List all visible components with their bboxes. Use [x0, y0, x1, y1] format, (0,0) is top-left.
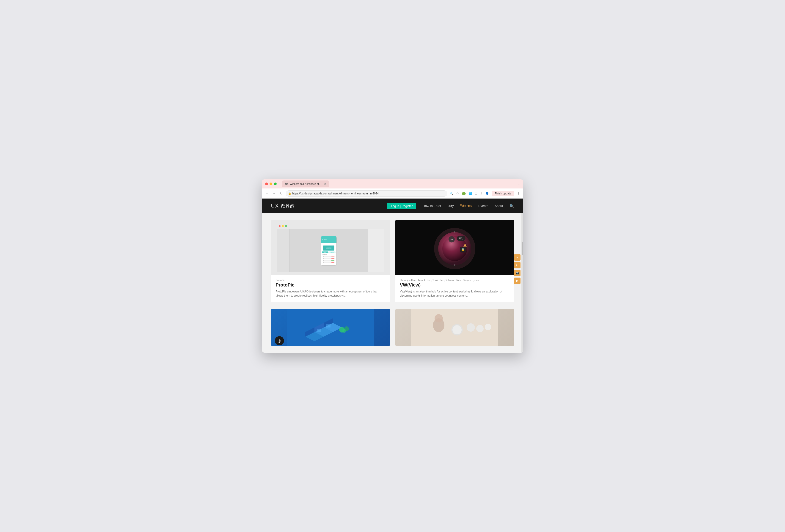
back-button[interactable]: ← [265, 192, 270, 195]
vw-description: VW(View) is an algorithm hub for active … [400, 290, 509, 298]
svg-point-27 [452, 325, 462, 335]
social-linkedin-icon[interactable]: in [514, 262, 521, 268]
vw-card-body: Hyeonjun Kim, Hyeonki Kim, Yoojin Lee, Y… [395, 275, 514, 302]
protopie-title: ProtoPie [276, 283, 385, 288]
active-tab[interactable]: UX Winners and Nominees of th... ✕ [282, 181, 330, 187]
mock-toolbar [277, 223, 384, 229]
site-content: Hi Laura Total balance $23,347.00 [262, 213, 523, 309]
mock-maximize [285, 225, 287, 227]
mock-phone-header: Hi Laura [321, 236, 336, 243]
extension-icon-3[interactable]: □ [475, 192, 477, 195]
logo-design-top: DESIGN [281, 203, 295, 206]
extension-icon-2[interactable]: 🌐 [469, 192, 472, 195]
nav-about[interactable]: About [495, 204, 503, 208]
isometric-illustration [271, 309, 390, 346]
mock-phone: Hi Laura Total balance $23,347.00 [321, 236, 337, 266]
protopie-brand: ProtoPie [276, 279, 385, 282]
bottom-cards-row [262, 309, 523, 353]
tab-close-button[interactable]: ✕ [324, 183, 326, 186]
social-sidebar: ✈ in 📷 ▶ [514, 254, 521, 284]
maximize-button[interactable] [274, 183, 277, 185]
vw-title: VW(View) [400, 283, 509, 288]
svg-point-30 [485, 324, 491, 330]
search-icon[interactable]: 🔍 [450, 192, 453, 195]
bookmark-icon[interactable]: ☆ [456, 192, 459, 195]
mock-transactions [322, 255, 335, 264]
svg-rect-21 [317, 329, 321, 332]
minimize-button[interactable] [270, 183, 272, 185]
mock-balance-label: Total balance [322, 243, 335, 245]
svg-text:+5: +5 [450, 238, 453, 241]
vw-card-image: 게임 +5 [395, 220, 514, 275]
mock-phone-greeting: Hi Laura [322, 239, 327, 240]
menu-icon[interactable]: ⋮ [517, 192, 520, 195]
nav-how-to-enter[interactable]: How to Enter [423, 204, 441, 208]
login-button[interactable]: Log in | Register [387, 203, 416, 209]
social-share-icon[interactable]: ✈ [514, 254, 521, 261]
mock-canvas: Hi Laura Total balance $23,347.00 [289, 229, 368, 272]
logo-awards-text: AWARDS [281, 206, 295, 209]
svg-point-29 [476, 325, 484, 332]
tab-favicon: UX [285, 183, 288, 185]
new-tab-button[interactable]: + [331, 182, 333, 186]
nav-jury[interactable]: Jury [448, 204, 454, 208]
protopie-ui-mock: Hi Laura Total balance $23,347.00 [277, 223, 384, 272]
mock-sidebar [277, 229, 289, 272]
address-bar: ← → ↻ 🔒 🔍 ☆ 🟢 🌐 □ ⬇ 👤 Finish update ⋮ [262, 188, 523, 198]
site-logo[interactable]: UX DESIGN AWARDS [271, 203, 295, 209]
protopie-card-image: Hi Laura Total balance $23,347.00 [271, 220, 390, 275]
svg-text:∨: ∨ [454, 263, 456, 266]
forward-button[interactable]: → [272, 192, 277, 195]
svg-point-20 [343, 329, 346, 333]
bottom-left-logo[interactable]: ◎ [275, 336, 284, 345]
protopie-card[interactable]: Hi Laura Total balance $23,347.00 [271, 220, 390, 302]
mock-body: Hi Laura Total balance $23,347.00 [277, 229, 384, 272]
browser-window: UX Winners and Nominees of th... ✕ + ⌄ ←… [262, 179, 523, 353]
site-navigation: UX DESIGN AWARDS Log in | Register How t… [262, 198, 523, 213]
vw-card[interactable]: 게임 +5 [395, 220, 514, 302]
mock-balance-value: $23,347.00 [326, 247, 331, 249]
site-search-icon[interactable]: 🔍 [509, 204, 514, 208]
protopie-description: ProtoPie empowers UI/UX designers to cre… [276, 290, 385, 298]
scrollbar[interactable] [522, 213, 523, 353]
svg-text:🔒: 🔒 [461, 248, 465, 251]
site-content-wrap: Hi Laura Total balance $23,347.00 [262, 213, 523, 353]
address-input[interactable] [286, 190, 447, 197]
bottom-card-left[interactable] [271, 309, 390, 346]
profile-icon[interactable]: 👤 [485, 192, 489, 195]
social-instagram-icon[interactable]: 📷 [514, 270, 521, 276]
address-wrap: 🔒 [286, 190, 447, 197]
social-youtube-icon[interactable]: ▶ [514, 277, 521, 284]
svg-text:∧: ∧ [454, 231, 456, 233]
website: UX DESIGN AWARDS Log in | Register How t… [262, 198, 523, 353]
download-icon[interactable]: ⬇ [480, 192, 482, 195]
tab-title: Winners and Nominees of th... [290, 183, 322, 185]
toolbar-icons: 🔍 ☆ 🟢 🌐 □ ⬇ 👤 Finish update ⋮ [450, 191, 520, 196]
extension-icon-1[interactable]: 🟢 [462, 192, 466, 195]
close-button[interactable] [265, 183, 268, 185]
svg-point-28 [467, 323, 475, 331]
finish-update-button[interactable]: Finish update [492, 191, 514, 196]
mock-transactions-label: Transactions [322, 254, 335, 255]
refresh-button[interactable]: ↻ [279, 192, 283, 195]
product-illustration [395, 309, 514, 346]
lock-icon: 🔒 [288, 192, 291, 195]
nav-events[interactable]: Events [478, 204, 488, 208]
vw-brand: Hyeonjun Kim, Hyeonki Kim, Yoojin Lee, Y… [400, 279, 509, 282]
window-chevron[interactable]: ⌄ [517, 182, 520, 186]
tab-area: UX Winners and Nominees of th... ✕ + [282, 181, 515, 187]
mock-phone-balance: $23,347.00 [323, 245, 334, 250]
site-nav-links: Log in | Register How to Enter Jury Winn… [387, 203, 514, 209]
mock-right-panel [368, 229, 384, 272]
svg-text:게임: 게임 [459, 237, 463, 240]
vw-sphere-svg: 게임 +5 [434, 225, 475, 270]
bottom-card-right[interactable] [395, 309, 514, 346]
vw-sphere-container: 게임 +5 [434, 225, 475, 270]
logo-ux-text: UX [271, 203, 279, 209]
scrollbar-thumb[interactable] [522, 242, 523, 255]
svg-rect-22 [326, 324, 330, 327]
mock-minimize [282, 225, 284, 227]
traffic-lights [265, 183, 277, 185]
logo-design-text: DESIGN AWARDS [281, 203, 295, 209]
nav-winners[interactable]: Winners [460, 204, 472, 208]
